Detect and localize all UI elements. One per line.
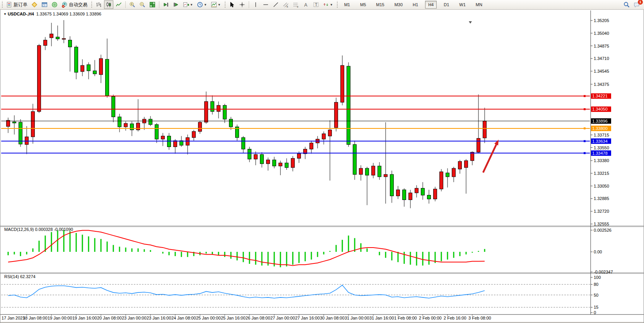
svg-text:T: T: [315, 2, 318, 7]
candle: [452, 167, 456, 182]
bar-chart-mode-button[interactable]: [94, 0, 103, 9]
level-lines[interactable]: [1, 95, 590, 154]
candles-layer: [7, 20, 487, 208]
timeframe-m15-button[interactable]: M15: [373, 1, 387, 9]
symbol-dropdown-icon[interactable]: ▼: [3, 12, 7, 16]
candle: [223, 104, 227, 123]
chart-shift-button[interactable]: [171, 0, 181, 9]
timeframe-m30-button[interactable]: M30: [391, 1, 406, 9]
candle: [328, 120, 332, 181]
candle: [260, 152, 264, 167]
chart-canvas[interactable]: 1.352051.350401.348751.347101.345451.343…: [0, 10, 644, 323]
candle: [229, 117, 233, 130]
channel-tool-button[interactable]: E: [281, 0, 290, 9]
fibonacci-tool-button[interactable]: F: [291, 0, 301, 9]
autotrade-icon: [61, 2, 68, 8]
timeframe-d1-button[interactable]: D1: [441, 1, 452, 9]
candle: [118, 114, 121, 132]
rsi-line: [8, 285, 485, 298]
toolbar-grip[interactable]: [224, 1, 226, 8]
candle: [161, 133, 165, 146]
candle: [316, 136, 319, 149]
candle: [236, 125, 239, 141]
vertical-line-tool-button[interactable]: [251, 0, 260, 9]
toolbar-grip[interactable]: [91, 1, 92, 8]
macd-indicator-label: MACD(12,26,9) 0.000328 -0.001090: [4, 227, 73, 232]
candle: [62, 20, 66, 43]
line-chart-icon: [116, 2, 122, 8]
time-axis[interactable]: [0, 314, 644, 323]
candle: [124, 121, 128, 131]
candle: [291, 156, 295, 171]
trend-arrow[interactable]: [483, 140, 499, 173]
templates-button[interactable]: ▼: [209, 0, 222, 9]
svg-text:A: A: [304, 2, 307, 8]
candle: [384, 122, 388, 203]
chart-title: ▼USDCAD-,H41.33675 1.34069 1.33609 1.338…: [3, 12, 101, 16]
search-button[interactable]: [622, 0, 631, 9]
arrows-tool-button[interactable]: ▼: [321, 0, 335, 9]
candle: [211, 96, 214, 115]
candle: [341, 55, 344, 105]
crosshair-icon: [239, 2, 245, 8]
candle: [359, 165, 363, 181]
timeframe-mn-button[interactable]: MN: [473, 1, 485, 9]
text-label-tool-button[interactable]: T: [311, 0, 321, 9]
window-icon: [41, 2, 48, 8]
periods-button[interactable]: ▼: [195, 0, 208, 9]
timeframe-h1-button[interactable]: H1: [410, 1, 421, 9]
chart-shift-marker: [469, 21, 472, 24]
chart-window-button[interactable]: [30, 0, 39, 9]
equidistant-channel-icon: E: [283, 2, 289, 8]
cursor-tool-button[interactable]: [227, 0, 237, 9]
rsi-indicator-label: RSI(14) 62.3274: [4, 274, 36, 279]
candlestick-icon: [106, 2, 112, 8]
panel-borders: [0, 10, 644, 323]
candle: [93, 60, 97, 76]
candle: [335, 97, 338, 131]
price-axis[interactable]: [591, 10, 644, 314]
tile-windows-button[interactable]: [148, 0, 157, 9]
template-icon: [211, 2, 217, 8]
timeframe-m1-button[interactable]: M1: [341, 1, 353, 9]
candle: [477, 94, 480, 153]
candle-chart-mode-button[interactable]: [104, 0, 113, 9]
timeframe-w1-button[interactable]: W1: [456, 1, 469, 9]
timeframe-m5-button[interactable]: M5: [357, 1, 369, 9]
trendline-tool-button[interactable]: [271, 0, 280, 9]
notifications-button[interactable]: 1: [632, 0, 641, 9]
candle: [403, 188, 406, 207]
toolbar-grip[interactable]: [1, 1, 3, 8]
zoom-in-button[interactable]: [128, 0, 137, 9]
indicators-button[interactable]: ▼: [181, 0, 195, 9]
candle: [50, 23, 53, 46]
candle: [75, 46, 78, 79]
chart-shift-icon: [173, 2, 179, 8]
candle: [483, 108, 487, 143]
candle: [7, 118, 10, 133]
toolbar-grip[interactable]: [336, 1, 338, 8]
text-label-icon: T: [313, 2, 319, 8]
candle: [378, 162, 381, 180]
notification-badge: 1: [638, 0, 643, 5]
candle: [186, 135, 190, 155]
signals-button[interactable]: [50, 0, 59, 9]
auto-scroll-button[interactable]: [161, 0, 171, 9]
dropdown-caret-icon: ▼: [204, 3, 207, 7]
timeframe-h4-button[interactable]: H4: [425, 1, 437, 9]
crosshair-tool-button[interactable]: [237, 0, 247, 9]
autotrade-button[interactable]: 自动交易: [60, 0, 89, 9]
new-order-button[interactable]: 新订单: [5, 0, 29, 9]
ohlc-values-label: 1.33675 1.34069 1.33609 1.33896: [36, 12, 101, 16]
clock-icon: [197, 2, 203, 8]
horizontal-line-tool-button[interactable]: [261, 0, 270, 9]
zoom-out-button[interactable]: [138, 0, 147, 9]
candle: [366, 167, 369, 205]
new-order-label: 新订单: [14, 2, 27, 8]
terminal-window-button[interactable]: [40, 0, 49, 9]
candle: [13, 115, 16, 135]
text-tool-button[interactable]: A: [301, 0, 311, 9]
line-chart-mode-button[interactable]: [114, 0, 123, 9]
gold-diamond-icon: [31, 2, 38, 8]
candle: [390, 171, 394, 203]
